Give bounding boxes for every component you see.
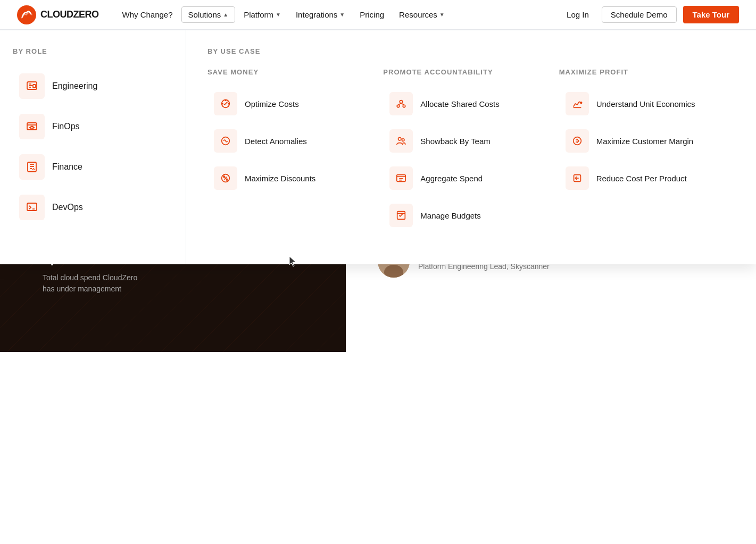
nav-pricing[interactable]: Pricing bbox=[353, 7, 391, 22]
maximize-profit-items: Understand Unit Economics Maximize Custo… bbox=[559, 87, 724, 195]
svg-rect-5 bbox=[33, 85, 36, 88]
allocate-shared-costs-label: Allocate Shared Costs bbox=[420, 99, 499, 108]
optimize-costs-label: Optimize Costs bbox=[245, 99, 299, 108]
nav-links: Why Change? Solutions ▲ Platform ▼ Integ… bbox=[116, 6, 561, 23]
aggregate-spend-label: Aggregate Spend bbox=[420, 174, 483, 183]
manage-budgets-item[interactable]: Manage Budgets bbox=[383, 198, 548, 232]
showback-by-team-icon bbox=[389, 129, 413, 153]
navbar: CLOUDZERO Why Change? Solutions ▲ Platfo… bbox=[0, 0, 756, 30]
by-use-case-section: By Use Case Save Money bbox=[186, 30, 756, 264]
reduce-cost-per-product-item[interactable]: Reduce Cost Per Product bbox=[559, 161, 724, 195]
svg-point-38 bbox=[580, 102, 582, 104]
maximize-discounts-item[interactable]: Maximize Discounts bbox=[207, 161, 372, 195]
svg-point-18 bbox=[225, 100, 226, 101]
finance-icon-box bbox=[19, 154, 45, 180]
svg-point-25 bbox=[400, 101, 403, 104]
schedule-demo-button[interactable]: Schedule Demo bbox=[602, 6, 677, 23]
devops-label: DevOps bbox=[52, 203, 83, 212]
svg-point-31 bbox=[402, 139, 405, 141]
by-role-section: By Role Engineering bbox=[0, 30, 186, 264]
svg-line-29 bbox=[401, 103, 404, 105]
stat-5b-desc: Total cloud spend CloudZero has under ma… bbox=[43, 268, 149, 295]
finops-icon-box bbox=[19, 114, 45, 139]
svg-point-40 bbox=[573, 137, 581, 145]
svg-marker-43 bbox=[289, 256, 296, 266]
role-items-list: Engineering FinOps bbox=[13, 68, 173, 225]
by-use-case-title: By Use Case bbox=[207, 47, 735, 55]
showback-by-team-item[interactable]: Showback By Team bbox=[383, 124, 548, 158]
aggregate-spend-icon bbox=[389, 166, 413, 190]
maximize-discounts-icon bbox=[214, 166, 237, 190]
nav-resources[interactable]: Resources ▼ bbox=[393, 7, 451, 22]
chevron-down-icon: ▼ bbox=[276, 12, 281, 18]
chevron-down-icon: ▼ bbox=[339, 12, 345, 18]
svg-point-19 bbox=[229, 103, 230, 104]
svg-rect-15 bbox=[27, 203, 37, 211]
nav-actions: Log In Schedule Demo Take Tour bbox=[560, 6, 739, 23]
nav-platform[interactable]: Platform ▼ bbox=[237, 7, 287, 22]
chevron-down-icon: ▲ bbox=[223, 12, 228, 18]
use-case-columns: Save Money Optimize Costs bbox=[207, 68, 735, 232]
manage-budgets-icon bbox=[389, 204, 413, 227]
understand-unit-economics-label: Understand Unit Economics bbox=[596, 99, 695, 108]
svg-point-26 bbox=[397, 105, 400, 107]
aggregate-spend-item[interactable]: Aggregate Spend bbox=[383, 161, 548, 195]
save-money-column: Save Money Optimize Costs bbox=[207, 68, 383, 232]
maximize-profit-column: Maximize Profit Understand Unit Economic… bbox=[559, 68, 735, 232]
nav-integrations[interactable]: Integrations ▼ bbox=[289, 7, 351, 22]
login-button[interactable]: Log In bbox=[560, 7, 595, 22]
manage-budgets-label: Manage Budgets bbox=[420, 211, 480, 220]
svg-rect-11 bbox=[28, 162, 36, 172]
by-role-title: By Role bbox=[13, 47, 173, 55]
engineering-label: Engineering bbox=[52, 81, 97, 91]
svg-line-28 bbox=[398, 103, 402, 105]
save-money-title: Save Money bbox=[207, 68, 372, 76]
maximize-customer-margin-item[interactable]: Maximize Customer Margin bbox=[559, 124, 724, 158]
finops-label: FinOps bbox=[52, 122, 80, 131]
engineering-icon-box bbox=[19, 73, 45, 99]
role-item-finops[interactable]: FinOps bbox=[13, 108, 173, 145]
promote-accountability-title: Promote Accountability bbox=[383, 68, 548, 76]
role-item-finance[interactable]: Finance bbox=[13, 149, 173, 185]
promote-accountability-items: Allocate Shared Costs Showback By Team bbox=[383, 87, 548, 232]
optimize-costs-icon bbox=[214, 92, 237, 115]
allocate-shared-costs-icon bbox=[389, 92, 413, 115]
maximize-discounts-label: Maximize Discounts bbox=[245, 174, 315, 183]
take-tour-button[interactable]: Take Tour bbox=[683, 6, 739, 23]
understand-unit-economics-icon bbox=[566, 92, 589, 115]
optimize-costs-item[interactable]: Optimize Costs bbox=[207, 87, 372, 121]
finance-label: Finance bbox=[52, 162, 82, 172]
showback-by-team-label: Showback By Team bbox=[420, 137, 490, 146]
solutions-dropdown: By Role Engineering bbox=[0, 30, 756, 264]
svg-point-20 bbox=[222, 103, 223, 104]
maximize-customer-margin-icon bbox=[566, 129, 589, 153]
promote-accountability-column: Promote Accountability Allo bbox=[383, 68, 559, 232]
understand-unit-economics-item[interactable]: Understand Unit Economics bbox=[559, 87, 724, 121]
role-item-engineering[interactable]: Engineering bbox=[13, 68, 173, 104]
nav-solutions[interactable]: Solutions ▲ bbox=[181, 6, 236, 23]
reduce-cost-per-product-icon bbox=[566, 166, 589, 190]
save-money-items: Optimize Costs Detect Anomalies bbox=[207, 87, 372, 195]
svg-rect-32 bbox=[397, 175, 406, 182]
svg-point-8 bbox=[31, 127, 34, 129]
nav-why-change[interactable]: Why Change? bbox=[116, 7, 179, 22]
detect-anomalies-icon bbox=[214, 129, 237, 153]
role-item-devops[interactable]: DevOps bbox=[13, 189, 173, 225]
maximize-customer-margin-label: Maximize Customer Margin bbox=[596, 137, 694, 146]
mouse-cursor bbox=[289, 256, 298, 269]
logo-text: CLOUDZERO bbox=[40, 9, 99, 20]
detect-anomalies-item[interactable]: Detect Anomalies bbox=[207, 124, 372, 158]
logo[interactable]: CLOUDZERO bbox=[17, 5, 99, 24]
svg-point-27 bbox=[403, 105, 406, 107]
allocate-shared-costs-item[interactable]: Allocate Shared Costs bbox=[383, 87, 548, 121]
reduce-cost-per-product-label: Reduce Cost Per Product bbox=[596, 174, 687, 183]
chevron-down-icon: ▼ bbox=[439, 12, 445, 18]
detect-anomalies-label: Detect Anomalies bbox=[245, 137, 307, 146]
devops-icon-box bbox=[19, 195, 45, 220]
svg-point-30 bbox=[398, 138, 402, 141]
maximize-profit-title: Maximize Profit bbox=[559, 68, 724, 76]
